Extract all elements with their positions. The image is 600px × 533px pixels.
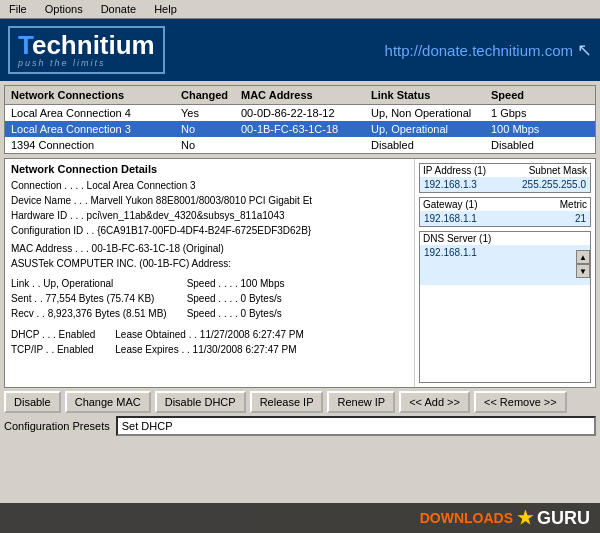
detail-link: Link . . Up, Operational [11, 277, 167, 291]
presets-label: Configuration Presets [4, 420, 110, 432]
detail-connection: Connection . . . . Local Area Connection… [11, 179, 408, 193]
detail-device: Device Name . . . Marvell Yukon 88E8001/… [11, 194, 408, 208]
conn-link: Up, Non Operational [369, 106, 489, 120]
conn-changed: Yes [179, 106, 239, 120]
logo-rest: echnitium [32, 30, 155, 60]
watermark-downloads: DOWNLOADS [420, 510, 513, 526]
presets-input[interactable] [116, 416, 596, 436]
menu-options[interactable]: Options [42, 2, 86, 16]
metric-label: Metric [560, 199, 587, 210]
details-right: IP Address (1) Subnet Mask 192.168.1.3 2… [415, 159, 595, 387]
col-link-status: Link Status [369, 88, 489, 102]
subnet-mask-label: Subnet Mask [529, 165, 587, 176]
detail-speed: Speed . . . . 100 Mbps [187, 277, 285, 291]
detail-configid: Configuration ID . . {6CA91B17-00FD-4DF4… [11, 224, 408, 238]
detail-lease-expires: Lease Expires . . 11/30/2008 6:27:47 PM [115, 343, 303, 357]
release-ip-button[interactable]: Release IP [250, 391, 324, 413]
conn-link: Up, Operational [369, 122, 489, 136]
cursor-icon: ↖ [577, 39, 592, 61]
conn-speed: Disabled [489, 138, 569, 152]
conn-mac: 00-0D-86-22-18-12 [239, 106, 369, 120]
change-mac-button[interactable]: Change MAC [65, 391, 151, 413]
ip-subnet-box: IP Address (1) Subnet Mask 192.168.1.3 2… [419, 163, 591, 193]
conn-speed: 1 Gbps [489, 106, 569, 120]
logo-t-icon: T [18, 30, 32, 60]
detail-lease-obtained: Lease Obtained . . 11/27/2008 6:27:47 PM [115, 328, 303, 342]
detail-mac: MAC Address . . . 00-1B-FC-63-1C-18 (Ori… [11, 242, 408, 256]
ip-address-label: IP Address (1) [423, 165, 486, 176]
disable-dhcp-button[interactable]: Disable DHCP [155, 391, 246, 413]
conn-changed: No [179, 122, 239, 136]
button-bar: Disable Change MAC Disable DHCP Release … [4, 391, 596, 413]
watermark-guru: GURU [537, 508, 590, 529]
dns-list: 192.168.1.1 [420, 245, 590, 285]
detail-hwid: Hardware ID . . . pci\ven_11ab&dev_4320&… [11, 209, 408, 223]
gateway-value: 192.168.1.1 [424, 213, 477, 224]
donate-link[interactable]: http://donate.technitium.com [385, 42, 573, 59]
gateway-metric-box: Gateway (1) Metric 192.168.1.1 21 [419, 197, 591, 227]
conn-name: Local Area Connection 3 [9, 122, 179, 136]
renew-ip-button[interactable]: Renew IP [327, 391, 395, 413]
header-banner: Technitium push the limits http://donate… [0, 19, 600, 81]
conn-name: Local Area Connection 4 [9, 106, 179, 120]
detail-dhcp: DHCP . . . Enabled [11, 328, 95, 342]
detail-sent: Sent . . 77,554 Bytes (75.74 KB) [11, 292, 167, 306]
col-changed: Changed [179, 88, 239, 102]
detail-tcpip: TCP/IP . . Enabled [11, 343, 95, 357]
dns-box: DNS Server (1) 192.168.1.1 ▲ ▼ [419, 231, 591, 383]
metric-value: 21 [575, 213, 586, 224]
conn-name: 1394 Connection [9, 138, 179, 152]
logo-tagline: push the limits [18, 58, 106, 68]
dns-label: DNS Server (1) [420, 232, 590, 245]
menu-bar: File Options Donate Help [0, 0, 600, 19]
menu-file[interactable]: File [6, 2, 30, 16]
footer-watermark: DOWNLOADS ★ GURU [0, 503, 600, 533]
conn-speed: 100 Mbps [489, 122, 569, 136]
menu-help[interactable]: Help [151, 2, 180, 16]
col-mac: MAC Address [239, 88, 369, 102]
col-network: Network Connections [9, 88, 179, 102]
detail-vendor: ASUSTek COMPUTER INC. (00-1B-FC) Address… [11, 257, 408, 271]
subnet-mask-value: 255.255.255.0 [522, 179, 586, 190]
watermark-star-icon: ★ [517, 507, 533, 529]
details-left: Network Connection Details Connection . … [5, 159, 415, 387]
conn-mac [239, 138, 369, 152]
detail-recv-speed: Speed . . . . 0 Bytes/s [187, 307, 285, 321]
conn-link: Disabled [369, 138, 489, 152]
dns-scroll-down-button[interactable]: ▼ [576, 264, 590, 278]
dns-scroll-up-button[interactable]: ▲ [576, 250, 590, 264]
conn-changed: No [179, 138, 239, 152]
gateway-label: Gateway (1) [423, 199, 477, 210]
ip-address-value: 192.168.1.3 [424, 179, 477, 190]
detail-recv: Recv . . 8,923,376 Bytes (8.51 MB) [11, 307, 167, 321]
dns-value: 192.168.1.1 [424, 247, 586, 258]
remove-button[interactable]: << Remove >> [474, 391, 567, 413]
details-section: Network Connection Details Connection . … [4, 158, 596, 388]
menu-donate[interactable]: Donate [98, 2, 139, 16]
details-title: Network Connection Details [11, 163, 408, 175]
table-row[interactable]: Local Area Connection 3 No 00-1B-FC-63-1… [5, 121, 595, 137]
add-button[interactable]: << Add >> [399, 391, 470, 413]
presets-section: Configuration Presets [4, 416, 596, 436]
logo-box: Technitium push the limits [8, 26, 165, 74]
connections-table: Network Connections Changed MAC Address … [4, 85, 596, 154]
table-header: Network Connections Changed MAC Address … [5, 86, 595, 105]
conn-mac: 00-1B-FC-63-1C-18 [239, 122, 369, 136]
table-row[interactable]: 1394 Connection No Disabled Disabled [5, 137, 595, 153]
disable-button[interactable]: Disable [4, 391, 61, 413]
detail-sent-speed: Speed . . . . 0 Bytes/s [187, 292, 285, 306]
col-speed: Speed [489, 88, 569, 102]
logo-text: Technitium [18, 32, 155, 58]
table-row[interactable]: Local Area Connection 4 Yes 00-0D-86-22-… [5, 105, 595, 121]
